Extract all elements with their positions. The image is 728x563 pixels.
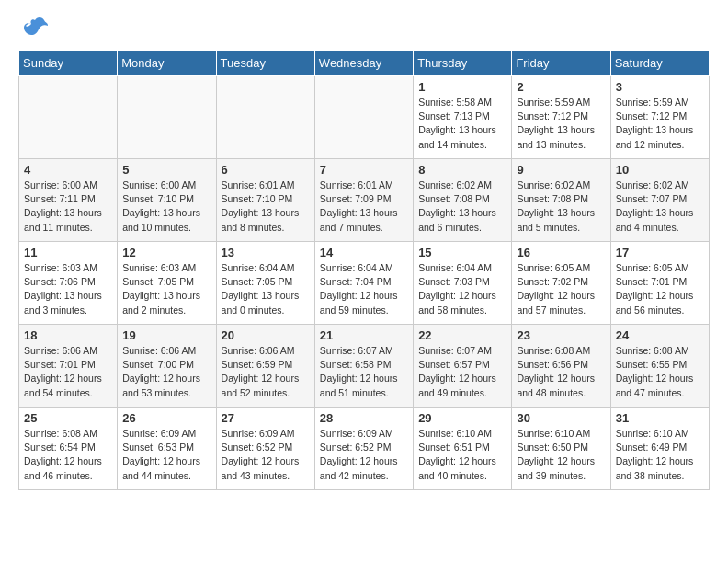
calendar-day-cell: 10 Sunrise: 6:02 AMSunset: 7:07 PMDaylig… xyxy=(610,159,709,242)
calendar-day-cell xyxy=(118,76,216,159)
calendar-day-cell: 21 Sunrise: 6:07 AMSunset: 6:58 PMDaylig… xyxy=(314,325,413,408)
day-detail: Sunrise: 6:10 AMSunset: 6:51 PMDaylight:… xyxy=(418,428,496,481)
day-number: 22 xyxy=(418,328,506,342)
day-detail: Sunrise: 6:09 AMSunset: 6:52 PMDaylight:… xyxy=(222,428,300,481)
calendar-day-cell: 27 Sunrise: 6:09 AMSunset: 6:52 PMDaylig… xyxy=(216,408,314,490)
day-number: 9 xyxy=(517,163,605,177)
calendar-day-cell xyxy=(216,76,314,159)
calendar-day-cell: 2 Sunrise: 5:59 AMSunset: 7:12 PMDayligh… xyxy=(512,76,610,159)
calendar-day-cell: 15 Sunrise: 6:04 AMSunset: 7:03 PMDaylig… xyxy=(414,242,512,325)
calendar-day-cell: 13 Sunrise: 6:04 AMSunset: 7:05 PMDaylig… xyxy=(216,242,314,325)
calendar-week-row: 25 Sunrise: 6:08 AMSunset: 6:54 PMDaylig… xyxy=(19,408,710,490)
day-detail: Sunrise: 6:04 AMSunset: 7:03 PMDaylight:… xyxy=(418,262,496,316)
day-number: 24 xyxy=(616,328,704,342)
day-number: 10 xyxy=(616,163,704,177)
weekday-header: Sunday xyxy=(19,51,118,76)
calendar-day-cell: 8 Sunrise: 6:02 AMSunset: 7:08 PMDayligh… xyxy=(414,159,512,242)
calendar-day-cell: 16 Sunrise: 6:05 AMSunset: 7:02 PMDaylig… xyxy=(512,242,610,325)
day-number: 3 xyxy=(616,80,704,94)
day-number: 23 xyxy=(517,328,605,342)
day-detail: Sunrise: 5:59 AMSunset: 7:12 PMDaylight:… xyxy=(616,97,694,150)
day-number: 27 xyxy=(222,411,310,425)
logo xyxy=(18,18,48,40)
calendar-day-cell: 23 Sunrise: 6:08 AMSunset: 6:56 PMDaylig… xyxy=(512,325,610,408)
day-number: 16 xyxy=(517,246,605,259)
day-detail: Sunrise: 6:05 AMSunset: 7:01 PMDaylight:… xyxy=(616,262,694,316)
calendar-day-cell: 5 Sunrise: 6:00 AMSunset: 7:10 PMDayligh… xyxy=(118,159,216,242)
day-detail: Sunrise: 6:01 AMSunset: 7:10 PMDaylight:… xyxy=(222,179,300,233)
calendar-day-cell: 18 Sunrise: 6:06 AMSunset: 7:01 PMDaylig… xyxy=(19,325,118,408)
day-number: 13 xyxy=(222,246,310,259)
day-detail: Sunrise: 6:05 AMSunset: 7:02 PMDaylight:… xyxy=(517,262,595,316)
calendar-day-cell: 19 Sunrise: 6:06 AMSunset: 7:00 PMDaylig… xyxy=(118,325,216,408)
day-detail: Sunrise: 6:06 AMSunset: 6:59 PMDaylight:… xyxy=(222,345,300,398)
weekday-header: Tuesday xyxy=(216,51,314,76)
day-number: 6 xyxy=(222,163,310,177)
day-detail: Sunrise: 5:59 AMSunset: 7:12 PMDaylight:… xyxy=(517,97,595,150)
calendar-day-cell: 24 Sunrise: 6:08 AMSunset: 6:55 PMDaylig… xyxy=(610,325,709,408)
calendar-day-cell: 28 Sunrise: 6:09 AMSunset: 6:52 PMDaylig… xyxy=(314,408,413,490)
day-number: 2 xyxy=(517,80,605,94)
calendar-week-row: 1 Sunrise: 5:58 AMSunset: 7:13 PMDayligh… xyxy=(19,76,710,159)
day-number: 4 xyxy=(24,163,112,177)
calendar-day-cell: 25 Sunrise: 6:08 AMSunset: 6:54 PMDaylig… xyxy=(19,408,118,490)
weekday-header: Saturday xyxy=(610,51,709,76)
day-number: 29 xyxy=(418,411,506,425)
calendar-week-row: 11 Sunrise: 6:03 AMSunset: 7:06 PMDaylig… xyxy=(19,242,710,325)
day-detail: Sunrise: 6:06 AMSunset: 7:00 PMDaylight:… xyxy=(122,345,200,398)
day-detail: Sunrise: 6:09 AMSunset: 6:53 PMDaylight:… xyxy=(122,428,200,481)
day-number: 28 xyxy=(320,411,408,425)
day-number: 12 xyxy=(122,246,210,259)
day-detail: Sunrise: 5:58 AMSunset: 7:13 PMDaylight:… xyxy=(418,97,496,150)
calendar-day-cell: 6 Sunrise: 6:01 AMSunset: 7:10 PMDayligh… xyxy=(216,159,314,242)
day-detail: Sunrise: 6:02 AMSunset: 7:07 PMDaylight:… xyxy=(616,179,694,233)
calendar-day-cell: 12 Sunrise: 6:03 AMSunset: 7:05 PMDaylig… xyxy=(118,242,216,325)
weekday-header: Thursday xyxy=(414,51,512,76)
weekday-header: Monday xyxy=(118,51,216,76)
day-detail: Sunrise: 6:08 AMSunset: 6:54 PMDaylight:… xyxy=(24,428,102,481)
day-detail: Sunrise: 6:10 AMSunset: 6:49 PMDaylight:… xyxy=(616,428,694,481)
calendar-table: SundayMondayTuesdayWednesdayThursdayFrid… xyxy=(18,50,710,490)
day-number: 20 xyxy=(222,328,310,342)
day-detail: Sunrise: 6:06 AMSunset: 7:01 PMDaylight:… xyxy=(24,345,102,398)
day-number: 11 xyxy=(24,246,112,259)
day-detail: Sunrise: 6:09 AMSunset: 6:52 PMDaylight:… xyxy=(320,428,398,481)
calendar-day-cell: 14 Sunrise: 6:04 AMSunset: 7:04 PMDaylig… xyxy=(314,242,413,325)
day-number: 1 xyxy=(418,80,506,94)
day-detail: Sunrise: 6:01 AMSunset: 7:09 PMDaylight:… xyxy=(320,179,398,233)
day-detail: Sunrise: 6:04 AMSunset: 7:04 PMDaylight:… xyxy=(320,262,398,316)
weekday-header: Wednesday xyxy=(314,51,413,76)
calendar-day-cell: 7 Sunrise: 6:01 AMSunset: 7:09 PMDayligh… xyxy=(314,159,413,242)
day-number: 18 xyxy=(24,328,112,342)
day-number: 19 xyxy=(122,328,210,342)
calendar-day-cell: 22 Sunrise: 6:07 AMSunset: 6:57 PMDaylig… xyxy=(414,325,512,408)
day-number: 14 xyxy=(320,246,408,259)
bird-icon xyxy=(22,17,48,40)
day-number: 30 xyxy=(517,411,605,425)
calendar-day-cell xyxy=(19,76,118,159)
day-detail: Sunrise: 6:00 AMSunset: 7:11 PMDaylight:… xyxy=(24,179,102,233)
calendar-day-cell: 26 Sunrise: 6:09 AMSunset: 6:53 PMDaylig… xyxy=(118,408,216,490)
day-detail: Sunrise: 6:03 AMSunset: 7:06 PMDaylight:… xyxy=(24,262,102,316)
calendar-week-row: 18 Sunrise: 6:06 AMSunset: 7:01 PMDaylig… xyxy=(19,325,710,408)
calendar-week-row: 4 Sunrise: 6:00 AMSunset: 7:11 PMDayligh… xyxy=(19,159,710,242)
day-number: 26 xyxy=(122,411,210,425)
day-detail: Sunrise: 6:08 AMSunset: 6:55 PMDaylight:… xyxy=(616,345,694,398)
calendar-day-cell: 30 Sunrise: 6:10 AMSunset: 6:50 PMDaylig… xyxy=(512,408,610,490)
calendar-day-cell: 3 Sunrise: 5:59 AMSunset: 7:12 PMDayligh… xyxy=(610,76,709,159)
day-detail: Sunrise: 6:00 AMSunset: 7:10 PMDaylight:… xyxy=(122,179,200,233)
day-number: 8 xyxy=(418,163,506,177)
calendar-header-row: SundayMondayTuesdayWednesdayThursdayFrid… xyxy=(19,51,710,76)
page-header xyxy=(18,18,710,40)
day-detail: Sunrise: 6:03 AMSunset: 7:05 PMDaylight:… xyxy=(122,262,200,316)
day-detail: Sunrise: 6:08 AMSunset: 6:56 PMDaylight:… xyxy=(517,345,595,398)
day-detail: Sunrise: 6:10 AMSunset: 6:50 PMDaylight:… xyxy=(517,428,595,481)
calendar-day-cell: 11 Sunrise: 6:03 AMSunset: 7:06 PMDaylig… xyxy=(19,242,118,325)
calendar-day-cell: 17 Sunrise: 6:05 AMSunset: 7:01 PMDaylig… xyxy=(610,242,709,325)
day-number: 17 xyxy=(616,246,704,259)
calendar-day-cell: 9 Sunrise: 6:02 AMSunset: 7:08 PMDayligh… xyxy=(512,159,610,242)
day-detail: Sunrise: 6:04 AMSunset: 7:05 PMDaylight:… xyxy=(222,262,300,316)
calendar-day-cell: 1 Sunrise: 5:58 AMSunset: 7:13 PMDayligh… xyxy=(414,76,512,159)
day-detail: Sunrise: 6:07 AMSunset: 6:57 PMDaylight:… xyxy=(418,345,496,398)
day-number: 21 xyxy=(320,328,408,342)
